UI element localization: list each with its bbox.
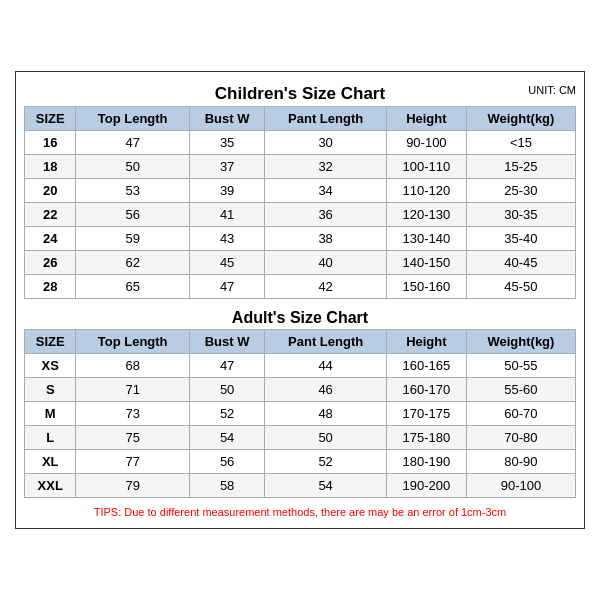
children-cell-0-2: 35 [189,131,265,155]
children-table-row: 28654742150-16045-50 [25,275,576,299]
adult-table-row: L755450175-18070-80 [25,426,576,450]
adult-cell-0-4: 160-165 [386,354,466,378]
children-table-row: 22564136120-13030-35 [25,203,576,227]
adult-cell-2-5: 60-70 [466,402,575,426]
children-cell-5-2: 45 [189,251,265,275]
children-cell-2-1: 53 [76,179,189,203]
children-cell-5-3: 40 [265,251,387,275]
adult-cell-4-1: 77 [76,450,189,474]
children-cell-1-1: 50 [76,155,189,179]
children-cell-6-4: 150-160 [386,275,466,299]
adult-cell-4-2: 56 [189,450,265,474]
children-cell-0-4: 90-100 [386,131,466,155]
children-cell-2-3: 34 [265,179,387,203]
adult-section-title: Adult's Size Chart [24,303,576,329]
children-cell-3-1: 56 [76,203,189,227]
adult-cell-1-2: 50 [189,378,265,402]
children-table-row: 20533934110-12025-30 [25,179,576,203]
children-cell-3-2: 41 [189,203,265,227]
children-cell-0-5: <15 [466,131,575,155]
adult-table-header-row: SIZE Top Length Bust W Pant Length Heigh… [25,330,576,354]
adult-cell-3-3: 50 [265,426,387,450]
adult-cell-0-0: XS [25,354,76,378]
adult-cell-1-0: S [25,378,76,402]
adult-cell-5-1: 79 [76,474,189,498]
adult-cell-2-2: 52 [189,402,265,426]
children-cell-0-1: 47 [76,131,189,155]
children-cell-4-1: 59 [76,227,189,251]
children-size-table: SIZE Top Length Bust W Pant Length Heigh… [24,106,576,299]
children-cell-3-5: 30-35 [466,203,575,227]
adult-table-row: XL775652180-19080-90 [25,450,576,474]
adult-cell-3-5: 70-80 [466,426,575,450]
children-cell-5-1: 62 [76,251,189,275]
children-cell-6-0: 28 [25,275,76,299]
children-cell-6-3: 42 [265,275,387,299]
children-cell-1-4: 100-110 [386,155,466,179]
children-cell-1-2: 37 [189,155,265,179]
size-chart-container: Children's Size Chart UNIT: CM SIZE Top … [15,71,585,529]
adult-cell-5-3: 54 [265,474,387,498]
children-table-row: 26624540140-15040-45 [25,251,576,275]
children-cell-2-0: 20 [25,179,76,203]
adult-cell-4-3: 52 [265,450,387,474]
adult-cell-2-1: 73 [76,402,189,426]
adult-col-height: Height [386,330,466,354]
children-col-bust: Bust W [189,107,265,131]
children-cell-1-5: 15-25 [466,155,575,179]
adult-cell-3-2: 54 [189,426,265,450]
children-cell-4-3: 38 [265,227,387,251]
children-cell-4-4: 130-140 [386,227,466,251]
adult-table-row: XS684744160-16550-55 [25,354,576,378]
adult-cell-3-1: 75 [76,426,189,450]
unit-label: UNIT: CM [528,84,576,96]
adult-cell-0-3: 44 [265,354,387,378]
adult-cell-5-5: 90-100 [466,474,575,498]
adult-cell-5-0: XXL [25,474,76,498]
children-title-text: Children's Size Chart [215,84,385,103]
adult-cell-1-3: 46 [265,378,387,402]
adult-cell-1-4: 160-170 [386,378,466,402]
adult-col-bust: Bust W [189,330,265,354]
children-cell-1-3: 32 [265,155,387,179]
children-cell-4-0: 24 [25,227,76,251]
children-cell-5-4: 140-150 [386,251,466,275]
children-col-weight: Weight(kg) [466,107,575,131]
adult-cell-1-5: 55-60 [466,378,575,402]
children-table-row: 1647353090-100<15 [25,131,576,155]
adult-col-size: SIZE [25,330,76,354]
adult-col-pant-length: Pant Length [265,330,387,354]
adult-cell-2-4: 170-175 [386,402,466,426]
adult-cell-4-4: 180-190 [386,450,466,474]
adult-col-top-length: Top Length [76,330,189,354]
main-title: Children's Size Chart UNIT: CM [24,80,576,106]
children-cell-6-1: 65 [76,275,189,299]
children-cell-4-5: 35-40 [466,227,575,251]
adult-cell-3-0: L [25,426,76,450]
adult-cell-5-4: 190-200 [386,474,466,498]
children-col-pant-length: Pant Length [265,107,387,131]
children-col-size: SIZE [25,107,76,131]
adult-cell-0-5: 50-55 [466,354,575,378]
adult-cell-0-1: 68 [76,354,189,378]
adult-cell-0-2: 47 [189,354,265,378]
children-table-header-row: SIZE Top Length Bust W Pant Length Heigh… [25,107,576,131]
children-table-row: 18503732100-11015-25 [25,155,576,179]
adult-cell-2-0: M [25,402,76,426]
adult-title-text: Adult's Size Chart [232,309,368,326]
children-cell-3-3: 36 [265,203,387,227]
adult-cell-3-4: 175-180 [386,426,466,450]
adult-cell-2-3: 48 [265,402,387,426]
adult-cell-1-1: 71 [76,378,189,402]
children-col-top-length: Top Length [76,107,189,131]
children-cell-5-5: 40-45 [466,251,575,275]
children-cell-5-0: 26 [25,251,76,275]
children-cell-3-4: 120-130 [386,203,466,227]
adult-cell-4-0: XL [25,450,76,474]
children-cell-2-5: 25-30 [466,179,575,203]
adult-table-row: S715046160-17055-60 [25,378,576,402]
children-cell-6-5: 45-50 [466,275,575,299]
children-cell-3-0: 22 [25,203,76,227]
adult-cell-5-2: 58 [189,474,265,498]
children-cell-0-0: 16 [25,131,76,155]
